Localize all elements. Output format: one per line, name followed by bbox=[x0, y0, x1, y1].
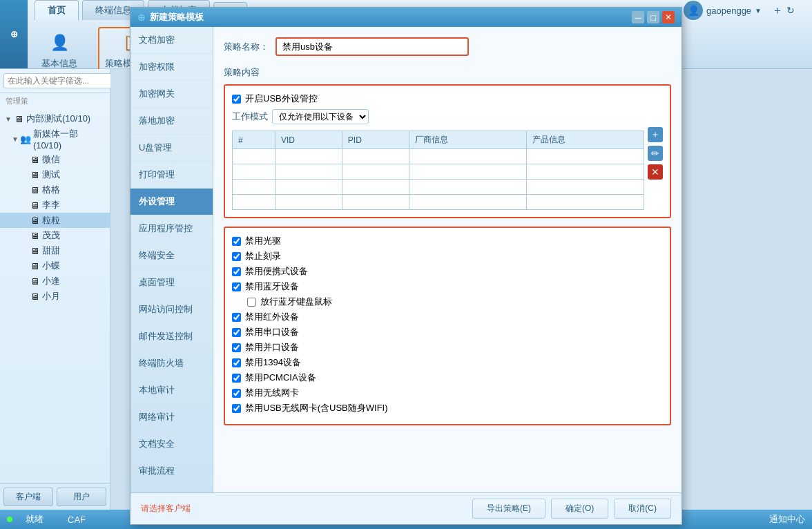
policy-content-label: 策略内容 bbox=[224, 66, 671, 79]
disable-ir-label: 禁用红外设备 bbox=[245, 311, 299, 323]
disable-serial-checkbox[interactable] bbox=[232, 328, 241, 337]
table-with-toolbar: # VID PID 厂商信息 产品信息 bbox=[232, 127, 663, 210]
search-box: 🔍 bbox=[0, 69, 110, 93]
tree-item-wechat[interactable]: 🖥 微信 bbox=[0, 152, 110, 167]
mode-select[interactable]: 仅允许使用以下设备 禁止使用以下设备 bbox=[272, 109, 369, 124]
col-vid: VID bbox=[275, 131, 342, 149]
mgmt-label: 管理策 bbox=[0, 93, 110, 109]
dialog-maximize-btn[interactable]: □ bbox=[647, 11, 659, 23]
nav-terminal-sec[interactable]: 终端安全 bbox=[130, 242, 213, 269]
other-devices-section: 禁用光驱 禁止刻录 禁用便携式设备 禁用蓝牙设备 bbox=[224, 227, 671, 425]
tab-home[interactable]: 首页 bbox=[35, 0, 79, 20]
tree-item-internal[interactable]: ▼ 🖥 内部测试(10/10) bbox=[0, 111, 110, 126]
toggle-internal: ▼ bbox=[3, 115, 13, 123]
client-btn[interactable]: 客户端 bbox=[3, 488, 53, 506]
confirm-btn[interactable]: 确定(O) bbox=[551, 499, 608, 519]
tree-item-xiaoyue[interactable]: 🖥 小月 bbox=[0, 289, 110, 304]
user-btn[interactable]: 用户 bbox=[57, 488, 106, 506]
tree-item-tiandian[interactable]: 🖥 甜甜 bbox=[0, 243, 110, 258]
sidebar-bottom: 客户端 用户 bbox=[0, 483, 110, 510]
allow-bt-kb-checkbox[interactable] bbox=[247, 298, 256, 307]
disable-parallel-checkbox[interactable] bbox=[232, 343, 241, 352]
nav-email-ctrl[interactable]: 邮件发送控制 bbox=[130, 323, 213, 350]
disable-bt-checkbox[interactable] bbox=[232, 282, 241, 291]
nav-encrypt-perm[interactable]: 加密权限 bbox=[130, 54, 213, 81]
disable-parallel-label: 禁用并口设备 bbox=[245, 341, 299, 354]
cancel-btn[interactable]: 取消(C) bbox=[614, 499, 671, 519]
user-info-icon: 👤 bbox=[47, 30, 72, 55]
disable-burn-checkbox[interactable] bbox=[232, 252, 241, 261]
group-icon: 👥 bbox=[20, 134, 31, 145]
disable-1394-checkbox[interactable] bbox=[232, 358, 241, 367]
nav-peripheral-mgmt[interactable]: 外设管理 bbox=[130, 189, 213, 215]
nav-local-audit[interactable]: 本地审计 bbox=[130, 377, 213, 404]
col-vendor: 厂商信息 bbox=[409, 131, 526, 149]
delete-row-btn[interactable]: ✕ bbox=[648, 164, 663, 180]
disable-parallel-row: 禁用并口设备 bbox=[232, 341, 663, 354]
disable-cdrom-checkbox[interactable] bbox=[232, 237, 241, 246]
table-toolbar: ＋ ✏ ✕ bbox=[648, 127, 663, 180]
notification-center[interactable]: 通知中心 bbox=[769, 513, 805, 526]
export-policy-btn[interactable]: 导出策略(E) bbox=[472, 499, 545, 519]
nav-desktop-mgmt[interactable]: 桌面管理 bbox=[130, 269, 213, 296]
nav-print-mgmt[interactable]: 打印管理 bbox=[130, 162, 213, 189]
nav-doc-encrypt[interactable]: 文档加密 bbox=[130, 27, 213, 54]
nav-addon[interactable]: 附属功能 bbox=[130, 485, 213, 492]
tree-item-lili2[interactable]: 🖥 粒粒 bbox=[0, 213, 110, 228]
nav-usb-mgmt[interactable]: U盘管理 bbox=[130, 135, 213, 162]
table-row bbox=[233, 180, 644, 195]
sidebar: 🔍 管理策 ▼ 🖥 内部测试(10/10) ▼ 👥 新媒体一部(10/10) 🖥… bbox=[0, 69, 110, 510]
dialog-footer: 请选择客户端 导出策略(E) 确定(O) 取消(C) bbox=[130, 492, 682, 524]
add-row-btn[interactable]: ＋ bbox=[648, 127, 663, 142]
tree-item-xiaofeng[interactable]: 🖥 小逢 bbox=[0, 273, 110, 289]
policy-name-input[interactable] bbox=[276, 37, 469, 56]
enable-usb-checkbox[interactable] bbox=[232, 95, 241, 104]
nav-encrypt-gw[interactable]: 加密网关 bbox=[130, 81, 213, 108]
refresh-icon[interactable]: ↻ bbox=[786, 5, 795, 16]
disable-wifi-row: 禁用无线网卡 bbox=[232, 387, 663, 399]
tree-area: ▼ 🖥 内部测试(10/10) ▼ 👥 新媒体一部(10/10) 🖥 微信 🖥 … bbox=[0, 109, 110, 483]
nav-icon-basic-label: 基本信息 bbox=[41, 57, 77, 70]
usb-section: 开启USB外设管控 工作模式 仅允许使用以下设备 禁止使用以下设备 bbox=[224, 84, 671, 218]
dialog-close-btn[interactable]: ✕ bbox=[662, 11, 675, 23]
disable-portable-checkbox[interactable] bbox=[232, 267, 241, 276]
tree-item-maomao[interactable]: 🖥 茂茂 bbox=[0, 228, 110, 243]
mode-label: 工作模式 bbox=[232, 110, 268, 123]
edit-row-btn[interactable]: ✏ bbox=[648, 146, 663, 161]
nav-net-audit[interactable]: 网络审计 bbox=[130, 404, 213, 431]
col-product: 产品信息 bbox=[526, 131, 644, 149]
nav-icon-basic[interactable]: 👤 基本信息 bbox=[41, 30, 77, 70]
disable-usb-wifi-checkbox[interactable] bbox=[232, 404, 241, 413]
nav-landing-encrypt[interactable]: 落地加密 bbox=[130, 108, 213, 135]
disable-wifi-label: 禁用无线网卡 bbox=[245, 387, 299, 399]
disable-ir-checkbox[interactable] bbox=[232, 313, 241, 322]
footer-hint[interactable]: 请选择客户端 bbox=[141, 503, 191, 514]
tree-item-lili[interactable]: 🖥 李李 bbox=[0, 198, 110, 213]
disable-wifi-checkbox[interactable] bbox=[232, 389, 241, 398]
tree-item-newmedia[interactable]: ▼ 👥 新媒体一部(10/10) bbox=[0, 126, 110, 152]
disable-cdrom-row: 禁用光驱 bbox=[232, 235, 663, 247]
dialog-title-text: 新建策略模板 bbox=[150, 11, 204, 23]
nav-doc-sec[interactable]: 文档安全 bbox=[130, 431, 213, 458]
expand-icon[interactable]: ▼ bbox=[755, 7, 762, 15]
tree-item-xiaodie[interactable]: 🖥 小蝶 bbox=[0, 258, 110, 273]
nav-firewall[interactable]: 终端防火墙 bbox=[130, 350, 213, 377]
enable-usb-row: 开启USB外设管控 bbox=[232, 93, 663, 105]
dialog-minimize-btn[interactable]: ─ bbox=[632, 11, 644, 23]
disable-usb-wifi-row: 禁用USB无线网卡(含USB随身WIFI) bbox=[232, 402, 663, 414]
nav-approval[interactable]: 审批流程 bbox=[130, 458, 213, 485]
tree-item-gege[interactable]: 🖥 格格 bbox=[0, 182, 110, 198]
col-pid: PID bbox=[342, 131, 409, 149]
app-logo: ⊕ bbox=[0, 0, 28, 68]
dialog-body: 文档加密 加密权限 加密网关 落地加密 U盘管理 打印管理 外设管理 应用程序管… bbox=[130, 27, 682, 492]
top-right: 👤 gaopengge ▼ ＋ ↻ bbox=[673, 1, 805, 20]
nav-web-ctrl[interactable]: 网站访问控制 bbox=[130, 296, 213, 323]
status-dot-icon bbox=[7, 517, 12, 522]
nav-app-ctrl[interactable]: 应用程序管控 bbox=[130, 215, 213, 242]
tree-item-test[interactable]: 🖥 测试 bbox=[0, 167, 110, 182]
search-input[interactable] bbox=[3, 73, 115, 88]
plus-icon[interactable]: ＋ bbox=[772, 3, 783, 18]
usb-table: # VID PID 厂商信息 产品信息 bbox=[232, 131, 644, 210]
disable-pcmcia-checkbox[interactable] bbox=[232, 374, 241, 383]
disable-portable-label: 禁用便携式设备 bbox=[245, 265, 308, 278]
